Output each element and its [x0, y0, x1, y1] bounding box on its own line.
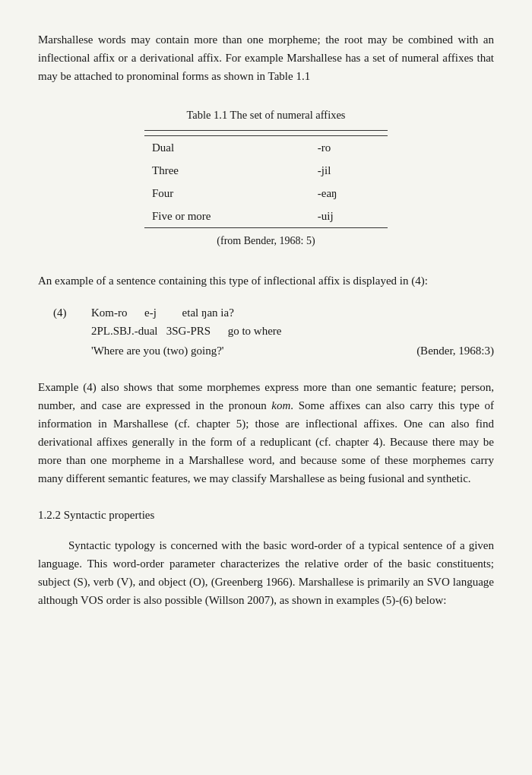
table-caption: Table 1.1 The set of numeral affixes — [186, 106, 345, 124]
example-line1-col1: Kom-ro — [91, 307, 128, 319]
example-line2: 2PL.SBJ.-dual 3SG-PRS go to where — [91, 322, 494, 340]
example-translation: 'Where are you (two) going?' (Bender, 19… — [91, 341, 494, 360]
table-header-label — [144, 131, 310, 136]
example-citation: (Bender, 1968:3) — [416, 341, 494, 360]
table-header-value — [310, 131, 388, 136]
table-cell-value: -ro — [310, 136, 388, 160]
example-intro: An example of a sentence containing this… — [38, 272, 494, 290]
table-cell-value: -uij — [310, 205, 388, 228]
table-cell-label: Four — [144, 182, 310, 205]
example-line2-col3: go to where — [228, 325, 282, 337]
table-cell-label: Five or more — [144, 205, 310, 228]
example-line1-col3: etal ŋan ia? — [182, 307, 234, 319]
main-paragraph: Example (4) also shows that some morphem… — [38, 378, 494, 488]
example-number: (4) — [53, 303, 91, 360]
table-row: Five or more-uij — [144, 205, 388, 228]
table-cell-label: Dual — [144, 136, 310, 160]
example-block-4: (4) Kom-ro e-j etal ŋan ia? 2PL.SBJ.-dua… — [38, 303, 494, 360]
example-content: Kom-ro e-j etal ŋan ia? 2PL.SBJ.-dual 3S… — [91, 303, 494, 360]
example-line2-col2: 3SG-PRS — [166, 325, 211, 337]
table-row: Three-jil — [144, 159, 388, 182]
section-heading: 1.2.2 Syntactic properties — [38, 506, 494, 524]
example-line1: Kom-ro e-j etal ŋan ia? — [91, 303, 494, 322]
table-cell-value: -eaŋ — [310, 182, 388, 205]
table-cell-value: -jil — [310, 159, 388, 182]
table-row: Dual-ro — [144, 136, 388, 160]
table-source: (from Bender, 1968: 5) — [217, 233, 315, 249]
table-row: Four-eaŋ — [144, 182, 388, 205]
example-translation-text: 'Where are you (two) going?' — [91, 341, 224, 360]
example-line2-col1: 2PL.SBJ.-dual — [91, 325, 158, 337]
table-section: Table 1.1 The set of numeral affixes Dua… — [38, 106, 494, 250]
section-paragraph1: Syntactic typology is concerned with the… — [38, 536, 494, 609]
table-cell-label: Three — [144, 159, 310, 182]
numeral-table: Dual-roThree-jilFour-eaŋFive or more-uij — [144, 130, 388, 228]
example-line1-col2: e-j — [144, 307, 157, 319]
intro-paragraph: Marshallese words may contain more than … — [38, 30, 494, 85]
